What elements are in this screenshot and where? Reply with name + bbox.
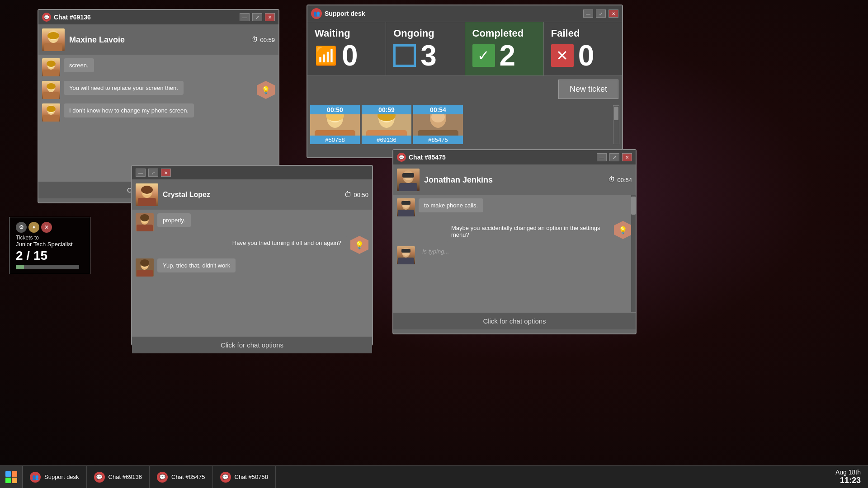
chat-85475-messages[interactable]: to make phone calls. 💡 Maybe you acciden…: [393, 195, 636, 312]
chat-50758-options-button[interactable]: Click for chat options: [132, 336, 372, 353]
chat-69136-avatar: [42, 28, 65, 51]
message-row: properly.: [136, 213, 368, 231]
failed-icon-row: ✕ 0: [551, 41, 615, 70]
message-row: You will need to replace your screen the…: [42, 81, 275, 99]
close-button[interactable]: ✕: [161, 169, 171, 177]
chat-85475-username: Jonathan Jenkins: [424, 175, 604, 185]
waiting-label: Waiting: [315, 28, 378, 39]
tickets-scrollbar[interactable]: [613, 105, 619, 144]
expand-button[interactable]: ⤢: [252, 13, 262, 21]
ongoing-icon-row: 3: [393, 41, 457, 70]
chat-85475-avatar: [397, 169, 420, 191]
chat-50758-user-header: Crystal Lopez ⏱ 00:50: [132, 180, 372, 210]
chat-50758-messages[interactable]: properly. 💡 Have you tried turning it of…: [132, 210, 372, 336]
message-bubble: properly.: [157, 213, 191, 227]
scrollbar-thumb: [631, 197, 636, 215]
message-bubble: You will need to replace your screen the…: [64, 81, 184, 95]
panel-icon-badge[interactable]: ✦: [28, 222, 39, 233]
message-bubble: screen.: [64, 58, 94, 72]
taskbar-chat-50758-icon: 💬: [220, 472, 231, 483]
svg-point-3: [47, 32, 59, 39]
svg-point-34: [141, 186, 153, 194]
svg-point-42: [140, 259, 149, 267]
wifi-icon: 📶: [315, 45, 337, 66]
ongoing-stat: Ongoing 3: [386, 22, 465, 75]
svg-rect-33: [138, 198, 156, 206]
svg-rect-45: [399, 183, 417, 191]
panel-icons: ⚙ ✦ ✕: [16, 222, 84, 233]
close-button[interactable]: ✕: [265, 13, 275, 21]
chat-69136-user-header: Maxine Lavoie ⏱ 00:59: [38, 25, 278, 55]
taskbar-clock: Aug 18th 11:23: [828, 465, 868, 488]
tickets-panel: ⚙ ✦ ✕ Tickets to Junior Tech Specialist …: [9, 217, 90, 274]
clock-time: 11:23: [835, 476, 861, 485]
chat-69136-username: Maxine Lavoie: [69, 35, 246, 45]
completed-icon-row: ✓ 2: [472, 41, 536, 70]
chat-50758-username: Crystal Lopez: [163, 191, 340, 199]
stats-row: Waiting 📶 0 Ongoing 3 Completed ✓ 2 Fail…: [307, 22, 622, 75]
svg-rect-37: [137, 225, 153, 231]
user-avatar-sm: [397, 198, 415, 216]
taskbar-chat-85475-label: Chat #85475: [171, 474, 205, 480]
message-row: 💡 Have you tried turning it off and on a…: [136, 236, 368, 254]
minimize-button[interactable]: —: [583, 9, 593, 18]
taskbar-chat-69136[interactable]: 💬 Chat #69136: [87, 466, 150, 488]
svg-rect-55: [5, 471, 11, 477]
taskbar-support-desk[interactable]: 👥 Support desk: [23, 466, 87, 488]
taskbar-support-icon: 👥: [30, 472, 41, 483]
typing-indicator: Is typing...: [419, 246, 453, 257]
taskbar-chat-85475[interactable]: 💬 Chat #85475: [150, 466, 212, 488]
user-avatar-sm: [136, 258, 154, 277]
expand-button[interactable]: ⤢: [148, 169, 158, 177]
minimize-button[interactable]: —: [136, 169, 146, 177]
chat-69136-messages[interactable]: screen. You will need to replace your sc…: [38, 55, 278, 181]
ticket-85475-id: #85475: [413, 136, 463, 144]
start-button[interactable]: [0, 466, 23, 488]
ongoing-value: 3: [420, 41, 437, 70]
panel-icon-close[interactable]: ✕: [41, 222, 52, 233]
expand-button[interactable]: ⤢: [609, 153, 619, 161]
taskbar: 👥 Support desk 💬 Chat #69136 💬 Chat #854…: [0, 465, 868, 488]
svg-rect-46: [402, 173, 414, 178]
scrollbar-thumb: [614, 107, 618, 120]
minimize-button[interactable]: —: [597, 153, 607, 161]
svg-rect-41: [137, 270, 153, 277]
x-icon: ✕: [551, 44, 574, 67]
taskbar-chat-69136-label: Chat #69136: [108, 474, 142, 480]
taskbar-chat-50758[interactable]: 💬 Chat #50758: [213, 466, 276, 488]
close-button[interactable]: ✕: [622, 153, 632, 161]
svg-rect-14: [43, 115, 59, 122]
chat-85475-user-header: Jonathan Jenkins ⏱ 00:54: [393, 165, 636, 195]
ticket-50758[interactable]: 00:50 #50758: [310, 105, 360, 144]
chat-69136-icon: 💬: [42, 13, 51, 22]
ticket-69136-id: #69136: [362, 136, 411, 144]
ticket-85475-timer: 00:54: [413, 105, 463, 114]
user-avatar-sm: [42, 103, 60, 122]
expand-button[interactable]: ⤢: [596, 9, 606, 18]
tickets-to-label: Tickets to: [16, 235, 84, 241]
close-button[interactable]: ✕: [609, 9, 618, 18]
new-ticket-button[interactable]: New ticket: [558, 80, 618, 99]
panel-icon-settings[interactable]: ⚙: [16, 222, 27, 233]
svg-rect-53: [398, 258, 414, 264]
agent-lightbulb-icon: 💡: [350, 236, 368, 254]
svg-rect-56: [12, 471, 17, 477]
ticket-50758-thumb: 00:50 #50758: [310, 105, 360, 144]
ticket-69136[interactable]: 00:59 #69136: [362, 105, 411, 144]
ticket-69136-timer: 00:59: [362, 105, 411, 114]
ticket-85475[interactable]: 00:54 #85475: [413, 105, 463, 144]
svg-point-15: [47, 106, 56, 112]
taskbar-chat-69136-icon: 💬: [94, 472, 105, 483]
chat-69136-timer: ⏱ 00:59: [251, 36, 275, 44]
messages-scrollbar[interactable]: [631, 195, 636, 312]
support-desk-titlebar: 👥 Support desk — ⤢ ✕: [307, 5, 622, 22]
minimize-button[interactable]: —: [240, 13, 250, 21]
svg-point-38: [140, 214, 149, 221]
chat-85475-options-button[interactable]: Click for chat options: [393, 312, 636, 329]
ticket-85475-thumb: 00:54 #85475: [413, 105, 463, 144]
ticket-69136-thumb: 00:59 #69136: [362, 105, 411, 144]
user-avatar-sm: [136, 213, 154, 231]
message-bubble: Have you tried turning it off and on aga…: [227, 236, 347, 250]
chat-50758-titlebar: — ⤢ ✕: [132, 166, 372, 180]
message-row: screen.: [42, 58, 275, 76]
